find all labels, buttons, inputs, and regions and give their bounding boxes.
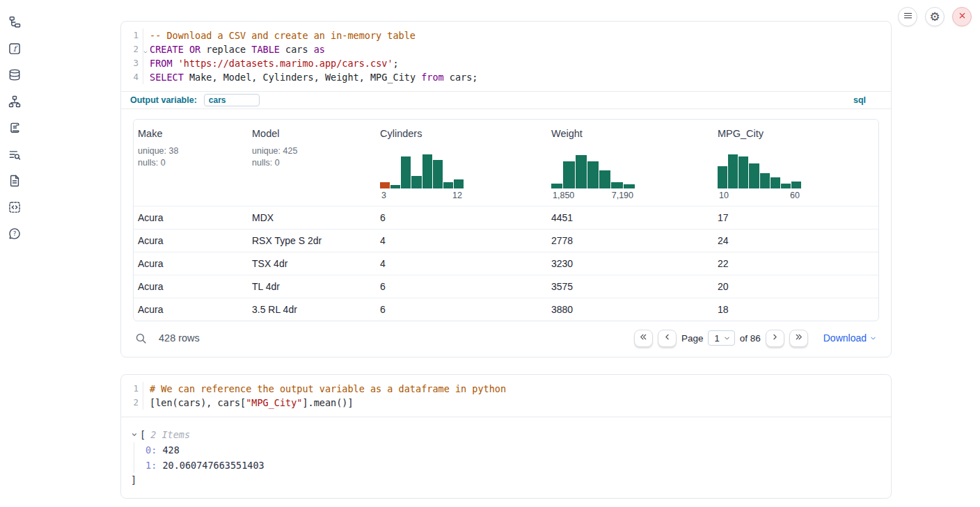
histogram-bar: [390, 185, 400, 188]
histogram-bars: [380, 152, 464, 188]
histogram-bar: [551, 184, 562, 188]
column-label: Model: [252, 128, 372, 139]
table-cell: MDX: [248, 212, 376, 223]
line-number: 4: [121, 70, 143, 84]
column-label: MPG_City: [718, 128, 874, 139]
sidebar-item-dependencies[interactable]: [7, 95, 22, 110]
table-cell: 18: [713, 304, 878, 315]
page-select[interactable]: 1: [708, 330, 734, 346]
histogram-bar: [624, 184, 635, 188]
sidebar-item-documentation[interactable]: [7, 174, 22, 189]
next-page-button[interactable]: [766, 330, 784, 347]
sql-cell-output: Makeunique: 38nulls: 0Modelunique: 425nu…: [121, 109, 891, 357]
sidebar-item-file-tree[interactable]: [7, 15, 22, 31]
python-code-editor[interactable]: 1# We can reference the output variable …: [121, 375, 891, 417]
sql-code-editor[interactable]: 1-- Download a CSV and create an in-memo…: [121, 22, 891, 91]
table-cell: 6: [376, 281, 547, 292]
column-header-cylinders[interactable]: Cylinders312: [376, 120, 547, 206]
table-row[interactable]: AcuraTL 4dr6357520: [134, 275, 878, 298]
sidebar-item-variables[interactable]: f: [7, 42, 22, 57]
gear-icon: ⚙: [929, 11, 940, 23]
table-row[interactable]: AcuraRSX Type S 2dr4277824: [134, 229, 878, 252]
sql-cell: 1-- Download a CSV and create an in-memo…: [120, 21, 892, 357]
column-histogram[interactable]: 1,8507,190: [551, 152, 635, 200]
output-variable-input[interactable]: [204, 94, 260, 106]
database-icon: [8, 68, 22, 84]
table-cell: Acura: [134, 235, 248, 246]
page-select-value: 1: [714, 333, 719, 344]
histogram-bar: [411, 176, 421, 188]
row-count: 428 rows: [159, 332, 200, 344]
histogram-bar: [749, 163, 759, 188]
page-total-label: of 86: [740, 333, 761, 344]
prev-page-button[interactable]: [658, 330, 677, 347]
code-text: SELECT Make, Model, Cylinders, Weight, M…: [143, 70, 477, 84]
sidebar-item-datasources[interactable]: [7, 68, 22, 83]
tree-item[interactable]: 1: 20.060747663551403: [145, 458, 891, 473]
chevrons-left-icon: [639, 332, 648, 344]
histogram-axis-labels: 312: [380, 191, 464, 200]
column-label: Make: [138, 128, 244, 139]
help-icon: ?: [8, 227, 22, 243]
line-number: 3: [121, 56, 143, 70]
code-line: 1# We can reference the output variable …: [121, 382, 891, 396]
sidebar-item-help[interactable]: ?: [7, 227, 22, 242]
python-cell-output: [ 2 Items 0: 4281: 20.060747663551403 ]: [121, 417, 891, 498]
open-bracket: [: [140, 427, 145, 442]
last-page-button[interactable]: [789, 330, 808, 347]
fold-chevron-icon[interactable]: [143, 45, 148, 59]
shutdown-button[interactable]: [952, 7, 972, 26]
column-header-mpg_city[interactable]: MPG_City1060: [713, 120, 878, 206]
search-icon[interactable]: [135, 332, 147, 344]
code-line: 4SELECT Make, Model, Cylinders, Weight, …: [121, 70, 891, 84]
close-icon: [958, 11, 967, 22]
table-cell: 24: [713, 235, 878, 246]
svg-text:?: ?: [13, 230, 17, 237]
code-text: CREATE OR replace TABLE cars as: [143, 42, 325, 56]
first-page-button[interactable]: [634, 330, 653, 347]
download-button[interactable]: Download: [823, 332, 877, 344]
table-cell: 20: [713, 281, 878, 292]
histogram-bars: [718, 152, 801, 188]
chevrons-right-icon: [794, 332, 803, 344]
table-cell: 22: [713, 258, 878, 269]
code-line: 3FROM 'https://datasets.marimo.app/cars.…: [121, 56, 891, 70]
table-row[interactable]: AcuraTSX 4dr4323022: [134, 252, 878, 275]
table-cell: RSX Type S 2dr: [248, 235, 376, 246]
code-text: # We can reference the output variable a…: [143, 382, 506, 396]
histogram-bar: [718, 166, 727, 188]
code-line: 2[len(cars), cars["MPG_City"].mean()]: [121, 396, 891, 410]
sidebar-item-snippets[interactable]: [7, 200, 22, 216]
table-row[interactable]: Acura3.5 RL 4dr6388018: [134, 298, 878, 321]
column-histogram[interactable]: 312: [380, 152, 464, 200]
histogram-axis-labels: 1060: [718, 191, 801, 200]
table-cell: TSX 4dr: [248, 258, 376, 269]
chevron-down-icon: [869, 335, 877, 342]
column-label: Weight: [551, 128, 709, 139]
chevron-down-icon: [131, 431, 138, 438]
menu-button[interactable]: [898, 7, 917, 26]
line-number: 1: [121, 382, 143, 396]
table-cell: 17: [713, 212, 878, 223]
tree-root[interactable]: [ 2 Items: [131, 427, 891, 442]
code-line: 2CREATE OR replace TABLE cars as: [121, 42, 891, 56]
close-bracket: ]: [131, 473, 891, 487]
logs-icon: [8, 121, 22, 137]
column-header-make[interactable]: Makeunique: 38nulls: 0: [134, 120, 248, 206]
table-row[interactable]: AcuraMDX6445117: [134, 206, 878, 229]
items-count-label: 2 Items: [150, 427, 190, 442]
code-text: -- Download a CSV and create an in-memor…: [143, 29, 416, 42]
settings-button[interactable]: ⚙: [925, 7, 945, 26]
histogram-bar: [791, 182, 801, 188]
axis-min-label: 10: [719, 191, 729, 200]
sidebar-item-scratchpad[interactable]: [7, 147, 22, 163]
column-header-model[interactable]: Modelunique: 425nulls: 0: [248, 120, 376, 206]
search-list-icon: [8, 147, 22, 163]
column-histogram[interactable]: 1060: [718, 152, 801, 200]
axis-max-label: 7,190: [612, 191, 633, 200]
tree-item[interactable]: 0: 428: [145, 442, 891, 458]
column-header-weight[interactable]: Weight1,8507,190: [547, 120, 713, 206]
tree-children: 0: 4281: 20.060747663551403: [134, 442, 891, 473]
sidebar-item-logs[interactable]: [7, 121, 22, 136]
table-cell: 4: [376, 258, 547, 269]
